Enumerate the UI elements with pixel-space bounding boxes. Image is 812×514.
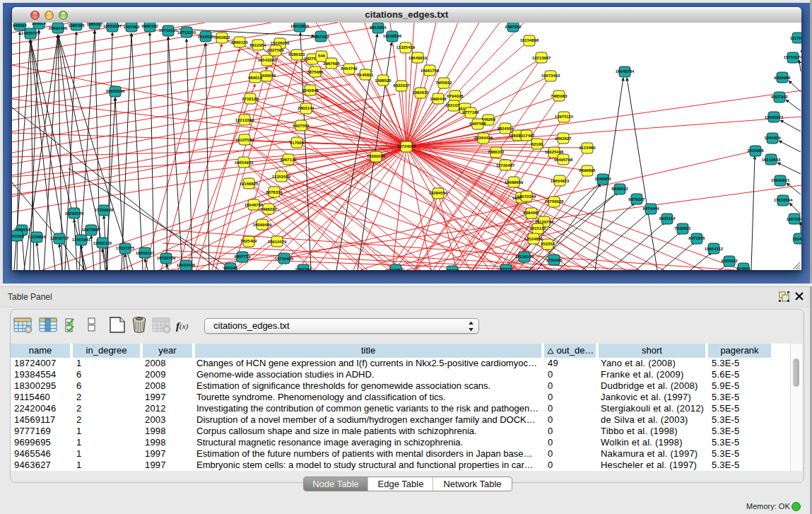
svg-text:546: 546	[318, 54, 326, 58]
svg-text:11325419: 11325419	[396, 45, 416, 49]
svg-text:7955812: 7955812	[435, 81, 452, 85]
svg-text:16033809: 16033809	[290, 24, 310, 28]
svg-text:15716485: 15716485	[275, 257, 294, 261]
svg-text:1588520: 1588520	[375, 78, 392, 83]
svg-text:120435: 120435	[792, 237, 801, 241]
svg-text:6966102: 6966102	[141, 24, 158, 28]
svg-text:2803144: 2803144	[298, 106, 314, 110]
svg-text:2935114: 2935114	[659, 216, 676, 221]
svg-text:2967608: 2967608	[323, 62, 340, 66]
svg-text:9327509: 9327509	[267, 48, 284, 52]
svg-text:16914479: 16914479	[268, 240, 287, 244]
svg-text:1292344: 1292344	[295, 267, 312, 270]
svg-text:10025438: 10025438	[545, 150, 564, 154]
svg-text:3875685: 3875685	[307, 70, 324, 74]
svg-text:12093872: 12093872	[765, 115, 784, 119]
svg-text:7632621: 7632621	[674, 226, 691, 230]
svg-text:10688609: 10688609	[505, 180, 524, 185]
svg-text:2684067: 2684067	[523, 211, 540, 215]
svg-text:15692921: 15692921	[771, 178, 790, 182]
svg-text:1065327: 1065327	[86, 23, 103, 26]
svg-text:18300295: 18300295	[367, 154, 386, 158]
svg-text:12505135: 12505135	[93, 241, 112, 245]
svg-text:8813054: 8813054	[370, 25, 387, 30]
svg-text:1362615: 1362615	[412, 90, 429, 95]
svg-text:20364436: 20364436	[474, 136, 493, 140]
svg-text:7485063: 7485063	[551, 94, 567, 98]
svg-text:10654112: 10654112	[705, 247, 724, 251]
svg-text:9245612: 9245612	[721, 259, 738, 263]
svg-text:8471676: 8471676	[688, 236, 705, 240]
svg-text:18724007: 18724007	[397, 144, 416, 148]
svg-text:252254: 252254	[541, 242, 555, 246]
svg-text:9146821: 9146821	[357, 73, 374, 77]
svg-text:7625402: 7625402	[240, 239, 257, 243]
svg-text:9329966: 9329966	[774, 76, 791, 80]
svg-text:17016504: 17016504	[774, 198, 793, 202]
svg-text:1017487: 1017487	[518, 134, 535, 138]
svg-text:9699695: 9699695	[579, 168, 596, 173]
svg-text:917006: 917006	[290, 141, 305, 145]
svg-text:16543382: 16543382	[258, 58, 277, 62]
svg-text:62160: 62160	[531, 142, 543, 146]
svg-text:8660123: 8660123	[231, 40, 248, 45]
svg-text:1244419: 1244419	[764, 136, 781, 140]
svg-text:10958107: 10958107	[136, 251, 155, 255]
svg-text:920346: 920346	[223, 266, 238, 270]
svg-text:11451941: 11451941	[72, 238, 91, 242]
svg-text:19654923: 19654923	[551, 179, 570, 183]
svg-text:15226058: 15226058	[271, 41, 290, 45]
svg-text:17957275: 17957275	[116, 246, 135, 250]
svg-text:19166825: 19166825	[240, 182, 259, 186]
svg-text:12213383: 12213383	[235, 118, 254, 122]
svg-text:10973403: 10973403	[541, 74, 560, 78]
svg-text:10495798: 10495798	[554, 158, 573, 162]
svg-text:(x): (x)	[180, 322, 189, 331]
svg-text:19384554: 19384554	[429, 191, 448, 195]
svg-text:8427552: 8427552	[293, 124, 310, 128]
svg-text:14136141: 14136141	[515, 255, 534, 259]
svg-text:924561: 924561	[736, 267, 751, 270]
svg-text:15751074: 15751074	[784, 55, 801, 59]
svg-text:15720407: 15720407	[496, 163, 515, 168]
svg-text:9227342: 9227342	[771, 95, 788, 99]
svg-text:9474444: 9474444	[642, 206, 659, 211]
svg-text:10719195: 10719195	[159, 28, 178, 33]
svg-text:12975115: 12975115	[555, 115, 574, 119]
svg-text:16961758: 16961758	[420, 69, 440, 73]
svg-text:10154808: 10154808	[520, 38, 539, 42]
svg-text:19654933: 19654933	[235, 160, 254, 165]
svg-text:3267130: 3267130	[280, 158, 297, 162]
svg-text:16210643: 16210643	[762, 158, 781, 162]
svg-text:87231: 87231	[500, 267, 512, 270]
svg-text:20756928: 20756928	[545, 199, 564, 204]
svg-text:16648784: 16648784	[616, 69, 635, 74]
svg-text:19218506: 19218506	[383, 34, 402, 38]
svg-text:16782759: 16782759	[157, 256, 176, 260]
svg-text:2487652: 2487652	[505, 25, 522, 29]
svg-text:14055724: 14055724	[21, 31, 40, 35]
svg-text:20206578: 20206578	[65, 211, 84, 216]
svg-text:2718126: 2718126	[242, 97, 259, 101]
svg-text:3824554: 3824554	[497, 127, 514, 131]
svg-text:1167534: 1167534	[786, 217, 801, 221]
svg-text:8678334: 8678334	[266, 190, 283, 194]
svg-text:7515526: 7515526	[197, 35, 214, 39]
svg-text:3215958: 3215958	[747, 148, 764, 153]
svg-text:11353559: 11353559	[272, 175, 291, 179]
svg-text:1527602: 1527602	[123, 25, 140, 29]
svg-text:12942737: 12942737	[50, 236, 69, 240]
svg-text:1640954: 1640954	[594, 177, 611, 181]
svg-text:20053346: 20053346	[106, 89, 125, 93]
svg-text:9463627: 9463627	[555, 136, 572, 141]
svg-text:1733426: 1733426	[546, 258, 563, 262]
svg-text:92456: 92456	[447, 269, 459, 270]
svg-text:18072349: 18072349	[517, 194, 536, 199]
svg-text:3498222: 3498222	[260, 207, 277, 211]
svg-text:20691406: 20691406	[49, 26, 68, 30]
svg-text:10975887: 10975887	[82, 228, 101, 232]
svg-text:16713155: 16713155	[177, 30, 196, 35]
svg-text:8322037: 8322037	[393, 83, 410, 88]
svg-text:9115460: 9115460	[579, 146, 596, 150]
svg-text:7886372: 7886372	[488, 150, 505, 154]
